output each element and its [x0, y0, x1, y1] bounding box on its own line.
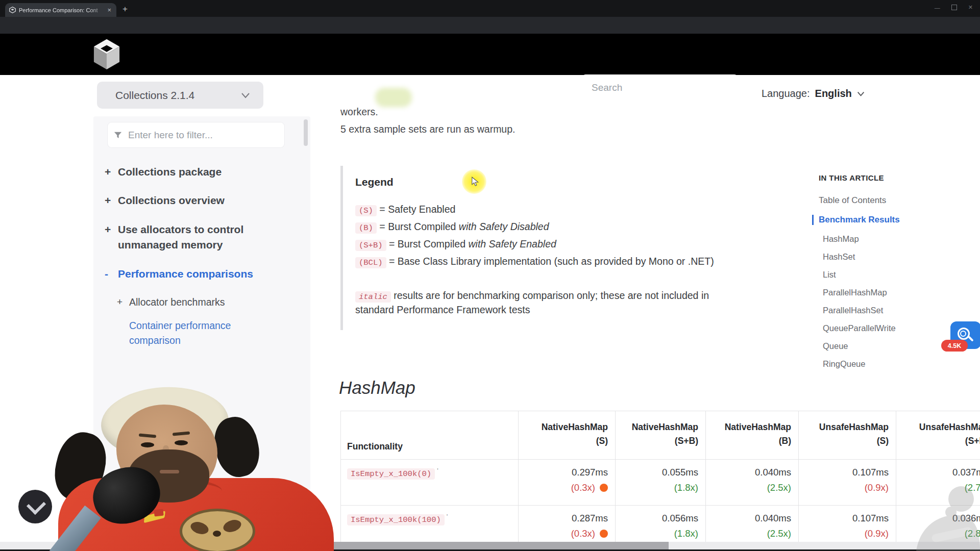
- sidebar-item-allocator-benchmarks[interactable]: + Allocator benchmarks: [117, 295, 301, 309]
- benchmark-table: Functionality NativeHashMap(S) NativeHas…: [340, 411, 980, 542]
- code-chip: (B): [355, 222, 377, 234]
- slower-dot-icon: [600, 484, 608, 492]
- watermark-figure: [886, 484, 980, 551]
- eye: [175, 440, 188, 445]
- window-close-icon[interactable]: ✕: [968, 4, 973, 11]
- window-minimize-icon[interactable]: —: [935, 5, 940, 11]
- cursor-icon: [471, 177, 479, 187]
- legend-note: italic results are for benchmarking comp…: [355, 289, 713, 317]
- extension-badge-count: 4.5K: [941, 340, 968, 352]
- header-cell: NativeHashMap(S): [519, 411, 616, 460]
- unity-header: Unity Manual Scripting API Changelog Lic…: [0, 34, 980, 75]
- version-select[interactable]: Collections 2.1.4: [97, 82, 263, 109]
- sidebar-item-collections-overview[interactable]: + Collections overview: [105, 193, 301, 208]
- filter-funnel-icon: [114, 131, 122, 139]
- value-cell: 0.040ms(2.5x): [706, 460, 799, 506]
- value-cell: 0.107ms(0.9x): [799, 460, 896, 506]
- footnote-mark: ': [447, 513, 448, 520]
- sidebar-scrollbar[interactable]: [304, 119, 308, 146]
- tab-favicon-icon: [9, 7, 16, 13]
- filter-box: [108, 122, 284, 147]
- code-chip: (S+B): [355, 240, 386, 251]
- language-value: English: [815, 88, 852, 99]
- stream-logo-badge: [18, 490, 52, 523]
- value-cell: 0.040ms(2.5x): [706, 506, 799, 543]
- unity-logo-icon: [90, 38, 124, 71]
- browser-tab-strip: Performance Comparison: Cont × + — ✕: [0, 0, 980, 17]
- browser-toolbar: ← → ↻ docs.unity3d.com/Packages/com.unit…: [0, 17, 980, 34]
- code-chip: IsEmpty_x_100k(100): [347, 514, 445, 525]
- value-cell: 0.107ms(0.9x): [799, 506, 896, 543]
- outline-item-parallelhashmap[interactable]: ParallelHashMap: [823, 288, 972, 297]
- table-row: IsEmpty_x_100k(100)' 0.287ms(0.3x) 0.056…: [341, 506, 980, 543]
- sidebar-item-collections-package[interactable]: + Collections package: [105, 164, 301, 180]
- functionality-cell: IsEmpty_x_100k(0)': [341, 460, 519, 506]
- expand-plus-icon[interactable]: +: [105, 193, 118, 208]
- outline-item-list[interactable]: List: [823, 270, 972, 280]
- legend-title: Legend: [355, 176, 790, 188]
- window-maximize-icon[interactable]: [951, 5, 957, 10]
- outline-item-toc[interactable]: Table of Contents: [819, 195, 972, 206]
- header-cell: NativeHashMap(S+B): [616, 411, 706, 460]
- nav-scripting-api[interactable]: Scripting API: [284, 83, 343, 94]
- footnote-mark: ': [437, 467, 438, 474]
- code-chip: (BCL): [355, 257, 386, 268]
- value-cell: 0.287ms(0.3x): [519, 506, 616, 543]
- table-header-row: Functionality NativeHashMap(S) NativeHas…: [341, 411, 980, 460]
- language-label: Language:: [762, 88, 810, 99]
- mouth: [160, 470, 179, 473]
- outline-title: IN THIS ARTICLE: [819, 173, 972, 182]
- outline-item-ringqueue[interactable]: RingQueue: [823, 359, 972, 369]
- window-controls: — ✕: [935, 4, 973, 11]
- click-highlight: [462, 169, 486, 194]
- outline-item-hashset[interactable]: HashSet: [823, 252, 972, 262]
- intro-line: 5 extra sample sets are run as warmup.: [340, 123, 515, 135]
- expand-plus-icon[interactable]: +: [105, 222, 118, 253]
- new-tab-button[interactable]: +: [122, 5, 128, 13]
- legend-block: Legend (S) = Safety Enabled (B) = Burst …: [340, 166, 790, 330]
- version-select-value: Collections 2.1.4: [115, 89, 241, 102]
- value-cell: 0.297ms(0.3x): [519, 460, 616, 506]
- header-cell-functionality: Functionality: [341, 411, 519, 460]
- legend-entry: (S+B) = Burst Compiled with Safety Enabl…: [355, 238, 790, 250]
- language-selector[interactable]: Language: English: [762, 88, 865, 99]
- sidebar-item-container-performance[interactable]: Container performance comparison: [129, 318, 252, 347]
- functionality-cell: IsEmpty_x_100k(100)': [341, 506, 519, 543]
- chevron-down-icon: [241, 92, 250, 98]
- sidebar-item-performance-comparisons[interactable]: - Performance comparisons: [105, 266, 301, 282]
- tab-title: Performance Comparison: Cont: [19, 7, 106, 13]
- benchmark-table-wrap: Functionality NativeHashMap(S) NativeHas…: [340, 411, 980, 542]
- outline-item-benchmark-results[interactable]: Benchmark Results: [812, 215, 972, 225]
- tab-close-icon[interactable]: ×: [106, 7, 112, 13]
- header-cell: UnsafeHashMap(S): [799, 411, 896, 460]
- search-input[interactable]: [582, 74, 738, 101]
- collapse-minus-icon[interactable]: -: [105, 266, 118, 282]
- chevron-down-icon: [857, 91, 865, 96]
- slower-dot-icon: [600, 530, 608, 538]
- legend-entry: (S) = Safety Enabled: [355, 204, 790, 215]
- expand-plus-icon[interactable]: +: [105, 164, 118, 180]
- sidebar-item-use-allocators[interactable]: + Use allocators to control unmanaged me…: [105, 222, 301, 253]
- value-cell: 0.055ms(1.8x): [616, 460, 706, 506]
- code-chip: (S): [355, 205, 377, 216]
- section-heading: HashMap: [339, 378, 415, 398]
- legend-entry: (B) = Burst Compiled with Safety Disable…: [355, 221, 790, 233]
- sidebar-nav: + Collections package + Collections over…: [105, 164, 301, 361]
- highlight-smudge: [375, 88, 412, 107]
- outline-item-queueparallelwrite[interactable]: QueueParallelWrite: [823, 323, 972, 333]
- outline-item-parallelhashset[interactable]: ParallelHashSet: [823, 306, 972, 315]
- code-chip: IsEmpty_x_100k(0): [347, 468, 435, 480]
- outline-item-hashmap[interactable]: HashMap: [823, 234, 972, 244]
- filter-input[interactable]: [127, 129, 278, 141]
- code-chip: italic: [355, 291, 391, 303]
- table-row: IsEmpty_x_100k(0)' 0.297ms(0.3x) 0.055ms…: [341, 460, 980, 506]
- intro-line: workers.: [340, 106, 378, 118]
- header-cell: NativeHashMap(B): [706, 411, 799, 460]
- webcam-overlay: [51, 385, 337, 551]
- expand-plus-icon[interactable]: +: [117, 295, 129, 309]
- value-cell: 0.056ms(1.8x): [616, 506, 706, 543]
- browser-tab[interactable]: Performance Comparison: Cont ×: [5, 3, 116, 17]
- sloth-graphic: [180, 509, 255, 551]
- header-cell: UnsafeHashMap(S+B): [896, 411, 980, 460]
- nav-license[interactable]: License: [457, 83, 492, 94]
